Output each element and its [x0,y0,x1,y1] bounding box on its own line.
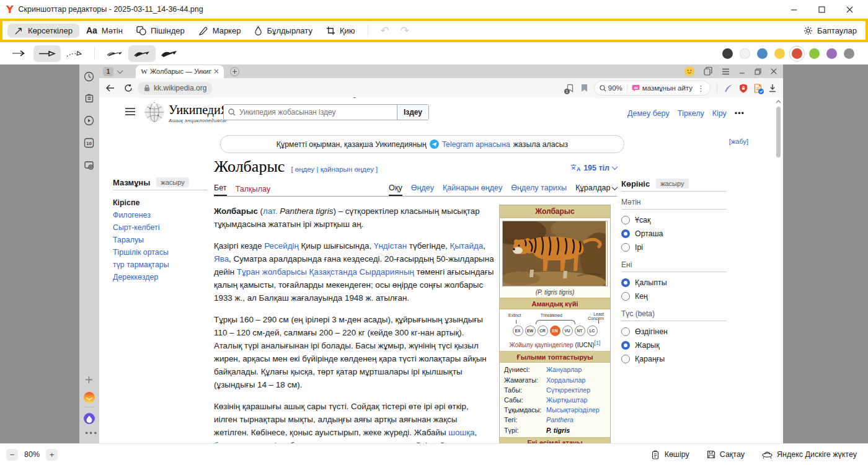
radio-width-wide[interactable]: Кең [621,290,727,303]
translate-doc-icon[interactable] [754,84,762,93]
menu-icon[interactable] [722,68,730,75]
collections-icon[interactable] [84,93,94,104]
sidebar-more-icon[interactable]: ••• [84,429,97,438]
status-reference[interactable]: [1] [595,340,601,346]
profile-avatar[interactable] [684,66,694,76]
tool-shapes-button[interactable]: Пішіндер [130,24,192,38]
more-options-icon[interactable]: ••• [735,109,745,118]
tab-edit[interactable]: Өңдеу [411,184,434,196]
tabs-counter-icon[interactable]: 10 [84,138,94,148]
tool-blur-button[interactable]: Бұлдырлату [247,24,319,38]
arrow-style-thick-button[interactable] [33,45,61,62]
browser-restore-icon[interactable] [755,68,761,75]
tabs-chevron-icon[interactable] [117,68,123,74]
color-swatch-purple[interactable] [826,48,837,59]
radio-text-small[interactable]: Ұсақ [621,213,727,227]
sketch-arrow-medium-button[interactable] [128,45,156,62]
radio-color-dark[interactable]: Қараңғы [621,352,727,366]
history-icon[interactable] [84,71,94,82]
color-swatch-gray[interactable] [844,48,854,59]
upload-to-disk-button[interactable]: Яндекс Дискіге жүктеу [762,450,857,459]
wiki-link[interactable]: шошқа [448,428,474,437]
color-swatch-green[interactable] [809,48,820,59]
appearance-hide-button[interactable]: жасыру [656,179,688,188]
banner-close-link[interactable]: [жабу] [729,138,748,145]
tab-read[interactable]: Оқу [389,184,402,196]
toc-item-intro[interactable]: Кіріспе [113,197,207,208]
bookmark-icon[interactable] [581,84,588,92]
telegram-channel-link[interactable]: Telegram арнасына [442,140,510,149]
tool-pointers-button[interactable]: Көрсеткілер [7,24,79,38]
search-input[interactable] [238,105,397,120]
tool-crop-button[interactable]: Қию [319,24,362,38]
close-icon[interactable] [846,6,853,13]
save-button[interactable]: Сақтау [707,450,745,459]
screenshot-tool-icon[interactable] [84,160,94,170]
settings-button[interactable]: Баптаулар [804,26,861,35]
color-swatch-yellow[interactable] [774,48,785,59]
toc-item-references[interactable]: Дереккөздер [113,271,207,283]
annotate-pen-icon[interactable] [724,84,733,93]
screenshot-image[interactable]: 10 ••• 1 W Жолбарыс — Уикипед [79,64,783,443]
wiki-link[interactable]: Ява [214,254,229,264]
login-link[interactable]: Кіру [712,109,727,118]
tab-tools[interactable]: Құралдар [575,184,617,196]
scrollbar-thumb[interactable] [776,107,781,157]
radio-color-light[interactable]: Жарық [621,339,727,352]
new-tab-icon[interactable] [230,67,239,76]
toc-item-phylogenesis[interactable]: Филогенез [113,209,207,221]
sketch-arrow-thick-button[interactable] [156,45,183,62]
tool-text-button[interactable]: Aa Мәтін [79,23,130,38]
wiki-link[interactable]: лат. [263,206,277,216]
collections-flag-icon[interactable]: 1 [565,84,575,93]
yandex-mail-icon[interactable] [84,392,95,403]
toc-item-appearance[interactable]: Сырт-келбеті [113,221,207,233]
redo-icon[interactable]: ↷ [395,24,415,37]
toc-item-habitat[interactable]: Тіршілік ортасы [113,246,207,258]
wiki-link[interactable]: Қытайда [450,241,484,250]
tiger-image[interactable] [502,221,608,286]
maximize-icon[interactable] [818,6,825,13]
wikipedia-globe-logo[interactable] [144,102,165,123]
read-aloud-button[interactable]: 44 мазмұнын айту [632,84,693,92]
color-swatch-blue[interactable] [757,48,768,59]
tab-history[interactable]: Өңделу тарихы [511,184,567,196]
zoom-out-button[interactable]: − [6,449,18,461]
sketch-arrow-thin-button[interactable] [101,45,128,62]
language-selector[interactable]: A 195 тіл [570,164,617,172]
radio-text-large[interactable]: Ірі [621,241,727,254]
wiki-link[interactable]: Үндістан [374,241,407,250]
radio-color-auto[interactable]: Өздігінен [621,325,727,339]
color-swatch-red-selected[interactable] [792,48,802,59]
tab-talk[interactable]: Талқылау [236,185,271,196]
download-icon[interactable] [768,84,777,92]
status-link[interactable]: Жойылу қаупіндегілер [509,342,573,348]
tab-close-icon[interactable] [214,69,219,74]
tab-counter-badge[interactable]: 1 [103,67,113,76]
panels-icon[interactable] [704,67,712,76]
register-link[interactable]: Тіркелу [678,109,704,118]
copy-button[interactable]: Көшіру [652,450,689,459]
undo-icon[interactable]: ↶ [374,24,394,37]
reload-icon[interactable] [124,84,133,92]
color-swatch-white[interactable] [740,48,750,59]
tab-page[interactable]: Бет [214,184,227,196]
active-tab[interactable]: W Жолбарыс — Уикипед [136,65,224,78]
donate-link[interactable]: Демеу беру [627,109,670,118]
radio-text-standard[interactable]: Орташа [621,227,727,241]
tool-marker-button[interactable]: Маркер [192,24,248,38]
title-edit-links[interactable]: [ өңдеу | қайнарын өңдеу ] [291,166,378,173]
cluster-more-icon[interactable]: ⋮ [697,84,705,93]
browser-close-icon[interactable] [771,68,777,74]
zoom-indicator[interactable]: 90% [600,84,622,92]
page-scrollbar[interactable] [776,99,781,440]
toc-hide-button[interactable]: жасыру [156,177,188,187]
play-icon[interactable] [84,115,94,126]
protect-shield-icon[interactable] [739,84,748,93]
back-icon[interactable] [105,84,115,92]
arrow-style-thin-button[interactable] [6,45,33,62]
minimize-icon[interactable] [790,6,797,13]
toc-item-subspecies[interactable]: түр тармақтары [113,259,207,270]
tab-edit-source[interactable]: Қайнарын өңдеу [443,184,502,196]
browser-minimize-icon[interactable] [739,68,745,74]
